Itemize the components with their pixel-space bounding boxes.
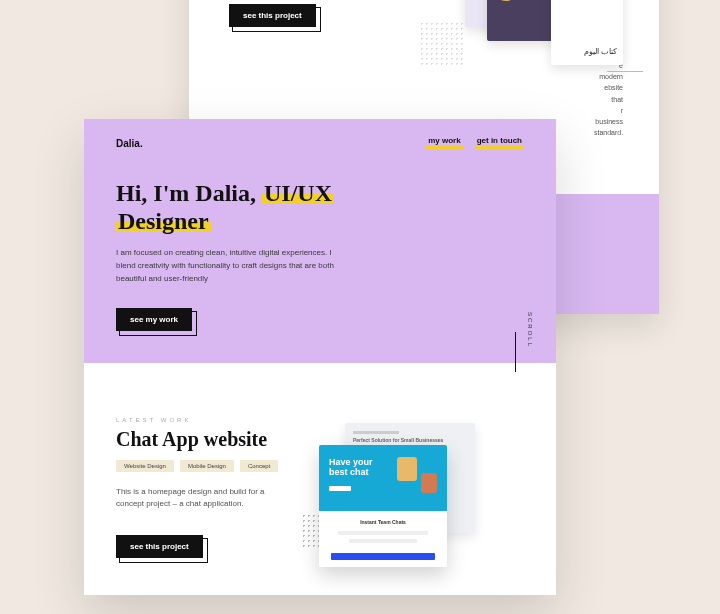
mockup-blue-bar — [331, 553, 435, 560]
mockup-card-front: Have your best chat Instant Team Chats — [319, 445, 447, 568]
scroll-indicator-label: SCROLL — [527, 312, 533, 348]
back-mockup-area: كتاب اليوم — [435, 0, 635, 75]
mockup-hero: Have your best chat — [319, 445, 447, 512]
section-eyebrow: LATEST WORK — [116, 417, 309, 423]
nav-get-in-touch[interactable]: get in touch — [475, 137, 524, 150]
mockup-body-title: Instant Team Chats — [327, 519, 439, 525]
headline-highlight: UI/UX — [262, 180, 334, 206]
latest-work-section: LATEST WORK Chat App website Website Des… — [84, 363, 556, 595]
tag: Mobile Design — [180, 460, 234, 472]
work-description: This is a homepage design and build for … — [116, 486, 286, 512]
headline-text: Hi, I'm Dalia, — [116, 180, 262, 206]
see-project-button[interactable]: see this project — [229, 4, 316, 27]
text-line: standard. — [594, 127, 623, 138]
nav-links: my work get in touch — [426, 137, 524, 150]
work-title: Chat App website — [116, 428, 309, 451]
tag: Concept — [240, 460, 278, 472]
mockup-avatar — [421, 473, 437, 493]
see-this-project-button[interactable]: see this project — [116, 535, 203, 558]
text-line: ebsite that — [594, 82, 623, 104]
portfolio-card-front: Dalia. my work get in touch Hi, I'm Dali… — [84, 119, 556, 595]
divider-line — [607, 71, 643, 72]
mockup-line — [349, 539, 416, 543]
work-mockup-area: Perfect Solution for Small Businesses Ha… — [331, 417, 524, 567]
nav-bar: Dalia. my work get in touch — [116, 137, 524, 150]
mockup-avatar — [397, 457, 417, 481]
hero-headline: Hi, I'm Dalia, UI/UX Designer — [116, 180, 396, 235]
work-info: LATEST WORK Chat App website Website Des… — [116, 417, 309, 567]
see-my-work-button-wrap: see my work — [116, 308, 192, 331]
nav-my-work[interactable]: my work — [426, 137, 462, 150]
headline-highlight: Designer — [116, 208, 211, 234]
work-tags: Website Design Mobile Design Concept — [116, 460, 309, 472]
tag: Website Design — [116, 460, 174, 472]
see-this-project-button-wrap: see this project — [116, 535, 203, 558]
back-cta-row: see this project — [229, 4, 316, 27]
mockup-line — [338, 531, 428, 535]
mockup-circle-icon — [493, 0, 519, 1]
dot-pattern — [419, 21, 465, 67]
mockup-hero-title: Have your best chat — [329, 457, 389, 478]
hero-section: Dalia. my work get in touch Hi, I'm Dali… — [84, 119, 556, 363]
mockup-card-white: كتاب اليوم — [551, 0, 623, 65]
mockup-hero-button — [329, 486, 351, 491]
text-line: r business — [594, 105, 623, 127]
see-project-button-wrap: see this project — [229, 4, 316, 27]
hero-subtext: I am focused on creating clean, intuitiv… — [116, 247, 336, 285]
see-my-work-button[interactable]: see my work — [116, 308, 192, 331]
mockup-body: Instant Team Chats — [319, 511, 447, 567]
logo[interactable]: Dalia. — [116, 138, 143, 149]
mockup-arabic-label: كتاب اليوم — [551, 0, 623, 56]
